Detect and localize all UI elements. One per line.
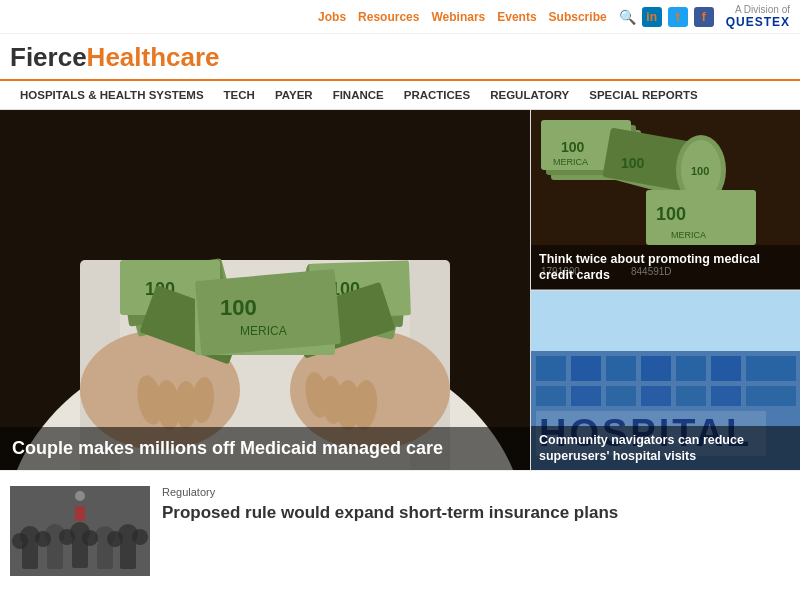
hero-main-svg: 100 MERICA 100 MERICA 100 MERICA xyxy=(0,110,530,470)
linkedin-icon[interactable]: in xyxy=(642,7,662,27)
svg-text:100: 100 xyxy=(561,139,585,155)
news-content-1: Regulatory Proposed rule would expand sh… xyxy=(162,486,790,576)
hero-side-caption-2: Community navigators can reduce superuse… xyxy=(531,426,800,471)
logo-row: FierceHealthcare xyxy=(0,34,800,79)
svg-text:MERICA: MERICA xyxy=(671,230,706,240)
news-thumb-svg xyxy=(10,486,150,576)
news-item-1[interactable]: Regulatory Proposed rule would expand sh… xyxy=(10,486,790,576)
svg-point-82 xyxy=(132,529,148,545)
news-headline-1[interactable]: Proposed rule would expand short-term in… xyxy=(162,502,790,524)
svg-text:MERICA: MERICA xyxy=(240,324,287,338)
svg-point-77 xyxy=(12,533,28,549)
questex-division-label: A Division of xyxy=(735,4,790,15)
hero-side-item-1[interactable]: 100 MERICA 100 100 100 MERICA 1791800 84… xyxy=(531,110,800,290)
hero-main[interactable]: 100 MERICA 100 MERICA 100 MERICA xyxy=(0,110,530,470)
svg-point-79 xyxy=(59,529,75,545)
svg-rect-63 xyxy=(746,386,796,406)
svg-rect-19 xyxy=(195,269,341,356)
svg-rect-53 xyxy=(641,356,671,381)
news-category-1: Regulatory xyxy=(162,486,790,498)
svg-rect-56 xyxy=(746,356,796,381)
svg-rect-57 xyxy=(536,386,566,406)
hero-sidebar: 100 MERICA 100 100 100 MERICA 1791800 84… xyxy=(530,110,800,470)
svg-text:100: 100 xyxy=(621,155,645,171)
svg-rect-83 xyxy=(75,506,85,521)
svg-rect-54 xyxy=(676,356,706,381)
nav-tech[interactable]: TECH xyxy=(214,81,265,109)
svg-rect-58 xyxy=(571,386,601,406)
svg-text:100: 100 xyxy=(691,165,709,177)
svg-rect-52 xyxy=(606,356,636,381)
svg-rect-55 xyxy=(711,356,741,381)
svg-rect-51 xyxy=(571,356,601,381)
twitter-icon[interactable]: t xyxy=(668,7,688,27)
svg-point-84 xyxy=(75,491,85,501)
svg-text:MERICA: MERICA xyxy=(553,157,588,167)
svg-rect-50 xyxy=(536,356,566,381)
svg-text:100: 100 xyxy=(220,295,257,320)
svg-rect-60 xyxy=(641,386,671,406)
hero-side-caption-1: Think twice about promoting medical cred… xyxy=(531,245,800,290)
nav-finance[interactable]: FINANCE xyxy=(323,81,394,109)
svg-point-78 xyxy=(35,531,51,547)
svg-rect-76 xyxy=(120,542,136,569)
svg-rect-62 xyxy=(711,386,741,406)
news-thumb-1 xyxy=(10,486,150,576)
site-logo[interactable]: FierceHealthcare xyxy=(10,42,220,73)
jobs-link[interactable]: Jobs xyxy=(318,10,346,24)
nav-payer[interactable]: PAYER xyxy=(265,81,323,109)
questex-logo: QUESTEX xyxy=(726,15,790,29)
hero-main-image: 100 MERICA 100 MERICA 100 MERICA xyxy=(0,110,530,470)
svg-rect-59 xyxy=(606,386,636,406)
search-button[interactable]: 🔍 xyxy=(619,9,636,25)
svg-rect-68 xyxy=(22,544,38,569)
logo-fierce: Fierce xyxy=(10,42,87,72)
hero-main-caption: Couple makes millions off Medicaid manag… xyxy=(0,427,530,470)
events-link[interactable]: Events xyxy=(497,10,536,24)
nav-regulatory[interactable]: REGULATORY xyxy=(480,81,579,109)
svg-point-80 xyxy=(82,530,98,546)
subscribe-link[interactable]: Subscribe xyxy=(549,10,607,24)
nav-practices[interactable]: PRACTICES xyxy=(394,81,480,109)
svg-text:100: 100 xyxy=(656,204,686,224)
questex-branding: A Division of QUESTEX xyxy=(726,4,790,29)
hero-section: 100 MERICA 100 MERICA 100 MERICA xyxy=(0,110,800,470)
hero-side-item-2[interactable]: HOSPITAL Community navigators can reduce… xyxy=(531,290,800,471)
webinars-link[interactable]: Webinars xyxy=(431,10,485,24)
news-section: Regulatory Proposed rule would expand sh… xyxy=(0,470,800,591)
resources-link[interactable]: Resources xyxy=(358,10,419,24)
logo-healthcare: Healthcare xyxy=(87,42,220,72)
nav-special-reports[interactable]: SPECIAL REPORTS xyxy=(579,81,707,109)
main-nav: HOSPITALS & HEALTH SYSTEMS TECH PAYER FI… xyxy=(0,79,800,110)
svg-rect-70 xyxy=(47,542,63,569)
svg-rect-61 xyxy=(676,386,706,406)
facebook-icon[interactable]: f xyxy=(694,7,714,27)
svg-rect-74 xyxy=(97,544,113,569)
utility-icons: 🔍 in t f xyxy=(619,7,714,27)
nav-hospitals[interactable]: HOSPITALS & HEALTH SYSTEMS xyxy=(10,81,214,109)
svg-point-81 xyxy=(107,531,123,547)
utility-bar: Jobs Resources Webinars Events Subscribe… xyxy=(0,0,800,34)
